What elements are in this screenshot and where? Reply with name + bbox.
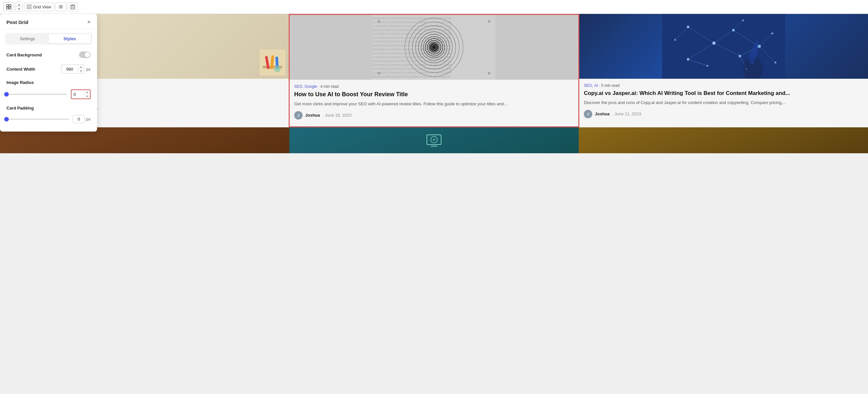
svg-rect-2 [6, 7, 8, 9]
content-width-label: Content Width [6, 67, 35, 72]
svg-point-76 [707, 65, 708, 67]
right-card-title: Copy.ai vs Jasper.ai: Which AI Writing T… [584, 90, 864, 97]
svg-rect-5 [30, 5, 31, 6]
svg-text:001011010010110100101101001011: 0010110100101101001011010010110100101101… [373, 29, 452, 32]
featured-card-avatar: J [294, 111, 303, 119]
svg-text:011010010110100101101001011010: 0110100101101001011010010110100101101001… [373, 67, 452, 71]
svg-point-67 [732, 29, 735, 31]
svg-point-80 [433, 139, 435, 141]
svg-rect-1 [9, 4, 11, 6]
network-svg [579, 14, 868, 79]
content-width-down[interactable]: ▼ [78, 69, 84, 73]
tab-styles[interactable]: Styles [49, 34, 91, 44]
image-radius-input[interactable] [71, 90, 84, 98]
content-width-up[interactable]: ▲ [78, 65, 84, 69]
svg-point-69 [739, 55, 741, 57]
right-card-author-name: Joshua [595, 111, 610, 116]
post-grid-panel: Post Grid × Settings Styles Card Backgro… [0, 14, 97, 132]
featured-card-tag-seo[interactable]: SEO, [294, 84, 304, 89]
grid-view-button[interactable]: Grid View [24, 3, 54, 11]
svg-rect-52 [662, 14, 785, 79]
content-width-input-wrap: ▲ ▼ px [61, 64, 91, 74]
right-card-body: SEO, AI · 5 min read Copy.ai vs Jasper.a… [579, 79, 868, 123]
teal-card-icon [424, 132, 444, 148]
featured-card-read-time: · 4 min read [318, 84, 339, 89]
image-radius-slider-row: ▲ ▼ [0, 88, 97, 103]
grid-icon-button[interactable] [3, 2, 14, 11]
arrow-up-btn[interactable]: ▲ [16, 2, 22, 7]
svg-point-17 [274, 66, 281, 72]
featured-card-meta: SEO, Google · 4 min read [294, 84, 574, 89]
right-card-avatar: J [584, 110, 592, 118]
featured-card-author: J Joshua · June 18, 2023 [294, 111, 574, 119]
svg-rect-6 [27, 7, 29, 9]
right-card-read-time: · 5 min read [599, 83, 619, 88]
right-card-date: · June 11, 2023 [612, 111, 642, 116]
svg-point-73 [674, 39, 676, 41]
panel-tabs: Settings Styles [5, 33, 92, 45]
right-card-tag-ai[interactable]: AI [594, 83, 598, 88]
svg-point-47 [433, 46, 435, 48]
content-width-input-box: ▲ ▼ [61, 64, 84, 74]
svg-point-71 [771, 32, 773, 34]
image-radius-input-box: ▲ ▼ [71, 89, 91, 99]
featured-card-image: 1010010110100101101001011010010110100101… [290, 15, 578, 80]
card-padding-thumb[interactable] [4, 117, 9, 121]
featured-card-title: How to Use AI to Boost Your Review Title [294, 91, 574, 98]
right-card-tag-seo[interactable]: SEO, [584, 83, 593, 88]
svg-rect-4 [27, 5, 29, 6]
main-area: Post Grid × Settings Styles Card Backgro… [0, 14, 868, 393]
image-radius-label: Image Radius [6, 80, 34, 85]
svg-point-70 [687, 58, 689, 61]
settings-button[interactable] [55, 2, 66, 11]
order-arrows[interactable]: ▲ ▼ [16, 2, 23, 12]
content-width-row: Content Width ▲ ▼ px [0, 61, 97, 77]
svg-point-51 [488, 72, 490, 75]
grid-content: SEO, Max...Vid... Learn... sales... a vi… [0, 14, 868, 393]
svg-rect-3 [9, 7, 11, 9]
panel-close-button[interactable]: × [87, 19, 91, 25]
image-radius-arrows: ▲ ▼ [84, 90, 90, 98]
image-radius-up[interactable]: ▲ [84, 90, 90, 94]
card-padding-row: Card Padding [0, 103, 97, 114]
right-card-image [579, 14, 868, 79]
featured-card-desc: Get more clicks and improve your SEO wit… [294, 101, 574, 107]
card-padding-input[interactable] [73, 115, 85, 123]
svg-point-66 [712, 41, 716, 45]
tab-settings[interactable]: Settings [6, 34, 49, 44]
image-radius-track[interactable] [6, 94, 68, 95]
card-padding-label: Card Padding [6, 106, 34, 111]
top-cards-row: SEO, Max...Vid... Learn... sales... a vi… [0, 14, 868, 127]
grid-squares-icon [6, 4, 11, 9]
panel-header: Post Grid × [0, 14, 97, 29]
grid-view-label: Grid View [33, 4, 51, 9]
svg-rect-0 [6, 4, 8, 6]
svg-point-48 [378, 20, 380, 23]
featured-card-tag-google[interactable]: Google [305, 84, 317, 89]
right-card-author: J Joshua · June 11, 2023 [584, 110, 864, 118]
delete-button[interactable] [68, 2, 78, 11]
toolbar: ▲ ▼ Grid View [0, 0, 868, 14]
svg-text:001011010010110100101101001011: 0010110100101101001011010010110100101101… [373, 75, 452, 78]
card-padding-track[interactable] [6, 119, 69, 120]
featured-card-author-name: Joshua [305, 113, 320, 118]
svg-point-68 [757, 45, 761, 48]
right-card-desc: Discover the pros and cons of Copy.ai an… [584, 100, 864, 106]
card-padding-unit: px [86, 117, 91, 121]
card-background-toggle[interactable] [79, 52, 91, 58]
svg-text:011010010110100101101001011010: 0110100101101001011010010110100101101001… [373, 52, 452, 55]
arrow-down-btn[interactable]: ▼ [16, 7, 22, 11]
binary-spiral-svg: 1010010110100101101001011010010110100101… [290, 15, 578, 80]
content-width-input[interactable] [61, 65, 78, 73]
card-background-label: Card Background [6, 53, 42, 57]
svg-point-72 [774, 61, 776, 63]
image-radius-down[interactable]: ▼ [84, 94, 90, 98]
image-radius-thumb[interactable] [4, 92, 9, 96]
svg-rect-9 [71, 5, 75, 9]
image-radius-row: Image Radius [0, 77, 97, 88]
svg-rect-7 [30, 7, 31, 9]
card-padding-input-wrap: px [72, 115, 91, 123]
desk-image-icon [259, 50, 285, 76]
svg-point-49 [488, 20, 490, 23]
svg-point-74 [742, 20, 744, 21]
